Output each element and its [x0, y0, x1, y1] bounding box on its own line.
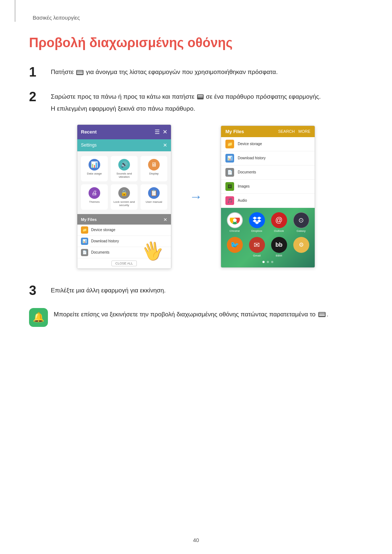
datausage-icon: 📊	[89, 159, 100, 171]
step-2-text: Σαρώστε προς τα πάνω ή προς τα κάτω και …	[51, 90, 321, 114]
app-galaxy: ⊙ Galaxy	[292, 212, 310, 233]
settings-label: Settings	[81, 143, 97, 148]
file-icon-download: 📊	[81, 238, 88, 245]
app-dropbox: Dropbox	[248, 212, 266, 233]
right-file-row-device: 📁 Device storage	[221, 137, 315, 151]
recent-apps-bar: Recent ☰ ✕	[77, 125, 171, 139]
close-top-icon: ✕	[163, 128, 167, 135]
app-grid-row1: Chrome Dropbox @	[225, 212, 310, 233]
file-item-device: 📁 Device storage	[77, 225, 171, 236]
file-icon-documents: 📄	[81, 249, 88, 256]
rf-icon-images: 🖼	[225, 182, 234, 191]
misc-icon: ⚙	[293, 237, 309, 253]
right-phone-screenshot: My Files SEARCH MORE 📁 Device storage 📊 …	[221, 126, 315, 268]
sounds-icon: 🔊	[118, 159, 130, 171]
app-gmail: ✉ Gmail	[248, 237, 266, 257]
search-label: SEARCH	[278, 129, 295, 134]
top-bar-icons: ☰ ✕	[155, 128, 167, 135]
svg-point-2	[233, 218, 237, 222]
dot-3	[271, 261, 273, 263]
grid-item-manual: 📋 User manual	[140, 184, 167, 210]
step-3: 3 Επιλέξτε μια άλλη εφαρμογή για εκκίνησ…	[29, 283, 363, 298]
more-label: MORE	[298, 129, 310, 134]
rf-name-images: Images	[238, 184, 310, 188]
note-bell-icon: 🔔	[29, 308, 48, 327]
bbm-icon: bb	[271, 237, 287, 253]
grid-item-sounds: 🔊 Sounds and vibration	[111, 156, 138, 181]
rf-name-download: Download history	[238, 156, 310, 160]
note-box: 🔔 Μπορείτε επίσης να ξεκινήσετε την προβ…	[29, 308, 363, 327]
rf-name-documents: Documents	[238, 170, 310, 174]
step-2: 2 Σαρώστε προς τα πάνω ή προς τα κάτω κα…	[29, 90, 363, 114]
app-bird: 🐦	[225, 237, 244, 257]
step-3-number: 3	[29, 283, 47, 298]
file-name-device: Device storage	[91, 228, 115, 232]
file-name-documents: Documents	[91, 250, 110, 254]
gmail-label: Gmail	[253, 254, 261, 257]
page-title: Προβολή διαχωρισμένης οθόνης	[29, 35, 363, 50]
bbm-label: BBM	[276, 254, 282, 257]
file-name-download: Download history	[91, 239, 119, 243]
dropbox-label: Dropbox	[251, 229, 262, 233]
arrow-icon: →	[189, 189, 203, 204]
settings-item-bar: Settings ✕	[77, 139, 171, 152]
menu-icon: ☰	[155, 128, 160, 135]
outlook-icon: @	[271, 212, 287, 228]
screenshots-area: Recent ☰ ✕ Settings ✕ 📊 Data usage 🔊 Sou…	[29, 124, 363, 269]
sounds-label: Sounds and vibration	[112, 172, 136, 178]
files-panel-title: My Files	[81, 217, 97, 222]
chrome-label: Chrome	[229, 229, 240, 233]
rf-name-audio: Audio	[238, 198, 310, 202]
left-phone-screenshot: Recent ☰ ✕ Settings ✕ 📊 Data usage 🔊 Sou…	[77, 124, 171, 269]
note-text: Μπορείτε επίσης να ξεκινήσετε την προβολ…	[54, 308, 328, 319]
galaxy-icon: ⊙	[293, 212, 309, 228]
rf-icon-audio: 🎵	[225, 196, 234, 205]
right-file-row-audio: 🎵 Audio	[221, 194, 315, 208]
right-files-title: My Files	[225, 129, 244, 134]
app-outlook: @ Outlook	[270, 212, 288, 233]
right-files-header: My Files SEARCH MORE	[221, 126, 315, 137]
step-2-subtext: Η επιλεγμένη εφαρμογή ξεκινά στο πάνω πα…	[51, 104, 321, 114]
recent-apps-title: Recent	[81, 129, 97, 135]
step-2-number: 2	[29, 90, 47, 104]
dot-2	[267, 261, 269, 263]
rf-icon-device: 📁	[225, 140, 234, 148]
display-label: Display	[149, 172, 159, 175]
app-chrome: Chrome	[225, 212, 244, 233]
rf-icon-documents: 📄	[225, 168, 234, 177]
files-panel-close: ✕	[163, 217, 167, 222]
step-1-text: Πατήστε για άνοιγμα της λίστας εφαρμογών…	[51, 65, 278, 77]
right-header-actions: SEARCH MORE	[278, 129, 310, 134]
dots-row	[225, 261, 310, 263]
datausage-label: Data usage	[87, 172, 102, 175]
home-screen-bottom: Chrome Dropbox @	[221, 208, 315, 267]
display-icon: 🖥	[148, 159, 160, 171]
breadcrumb: Βασικές λειτουργίες	[33, 15, 363, 21]
themes-label: Themes	[89, 200, 100, 204]
right-file-row-documents: 📄 Documents	[221, 165, 315, 180]
dot-1	[262, 261, 265, 263]
chrome-icon	[227, 212, 243, 228]
app-grid-row2: 🐦 ✉ Gmail bb BBM	[225, 237, 310, 257]
bird-icon: 🐦	[227, 237, 243, 253]
grid-item-lock: 🔒 Lock screen and security	[111, 184, 138, 210]
files-panel-header: My Files ✕	[77, 215, 171, 225]
settings-close-icon: ✕	[163, 142, 167, 148]
lock-label: Lock screen and security	[112, 200, 136, 207]
file-icon-device: 📁	[81, 226, 88, 234]
grid-item-datausage: 📊 Data usage	[81, 156, 108, 181]
settings-grid: 📊 Data usage 🔊 Sounds and vibration 🖥 Di…	[77, 152, 171, 214]
right-file-row-download: 📊 Download history	[221, 151, 315, 165]
galaxy-label: Galaxy	[297, 229, 306, 233]
step-3-text: Επιλέξτε μια άλλη εφαρμογή για εκκίνηση.	[51, 283, 166, 295]
page-number: 40	[193, 537, 199, 543]
themes-icon: 🖨	[89, 187, 100, 199]
manual-label: User manual	[146, 200, 162, 204]
right-file-row-images: 🖼 Images	[221, 180, 315, 194]
left-border-decoration	[15, 0, 16, 22]
rf-name-device: Device storage	[238, 142, 310, 146]
grid-item-themes: 🖨 Themes	[81, 184, 108, 210]
app-bbm: bb BBM	[270, 237, 288, 257]
step-1: 1 Πατήστε για άνοιγμα της λίστας εφαρμογ…	[29, 65, 363, 79]
grid-item-display: 🖥 Display	[140, 156, 167, 181]
